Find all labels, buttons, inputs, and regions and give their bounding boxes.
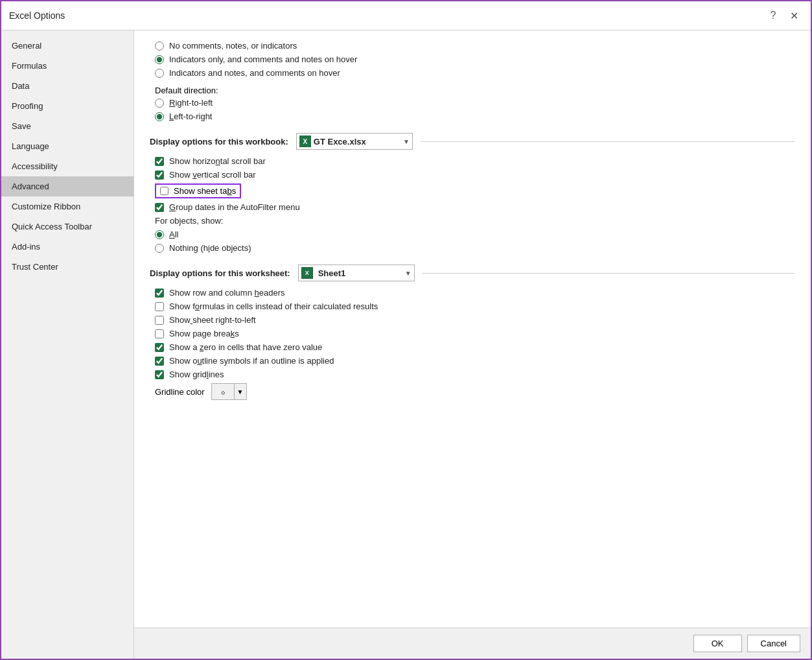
workbook-dropdown-arrow: ▼: [403, 138, 410, 145]
checkbox-show-h-scroll-label: Show horizontal scroll bar: [169, 156, 266, 166]
checkbox-show-page-breaks-input[interactable]: [155, 329, 164, 338]
radio-indicators-notes: Indicators and notes, and comments on ho…: [150, 68, 795, 78]
workbook-section-header: Display options for this workbook: X GT …: [150, 133, 795, 150]
checkbox-show-rtl-input[interactable]: [155, 316, 164, 325]
title-bar: Excel Options ? ✕: [1, 1, 811, 30]
sidebar-item-accessibility[interactable]: Accessibility: [1, 156, 133, 176]
checkbox-show-row-col-input[interactable]: [155, 289, 164, 298]
radio-no-comments-label: No comments, notes, or indicators: [169, 41, 297, 51]
radio-rtl: Right-to-left: [150, 98, 795, 108]
checkbox-show-zero: Show a zero in cells that have zero valu…: [150, 342, 795, 352]
close-button[interactable]: ✕: [785, 6, 803, 25]
checkbox-show-gridlines: Show gridlines: [150, 370, 795, 379]
worksheet-section-divider: [423, 273, 795, 274]
radio-nothing-input[interactable]: [155, 244, 164, 253]
section-divider: [421, 141, 795, 142]
checkbox-show-outline-input[interactable]: [155, 357, 164, 366]
cancel-button[interactable]: Cancel: [747, 635, 800, 652]
sidebar-item-save[interactable]: Save: [1, 116, 133, 136]
sidebar: General Formulas Data Proofing Save Lang…: [1, 30, 134, 659]
sidebar-item-proofing[interactable]: Proofing: [1, 96, 133, 116]
radio-indicators-only: Indicators only, and comments and notes …: [150, 54, 795, 64]
content-area[interactable]: No comments, notes, or indicators Indica…: [134, 30, 811, 628]
show-sheet-tabs-wrapper: Show sheet tabs: [150, 183, 795, 198]
worksheet-dropdown-arrow: ▼: [405, 270, 412, 277]
sheet-icon: X: [301, 267, 313, 279]
workbook-dropdown[interactable]: X GT Exce.xlsx ▼: [296, 133, 413, 150]
radio-indicators-only-label: Indicators only, and comments and notes …: [169, 54, 357, 64]
checkbox-group-dates: Group dates in the AutoFilter menu: [150, 202, 795, 212]
radio-rtl-label: Right-to-left: [169, 98, 213, 108]
dialog-title: Excel Options: [9, 10, 65, 21]
checkbox-show-sheet-tabs-label: Show sheet tabs: [174, 186, 236, 196]
excel-options-dialog: Excel Options ? ✕ General Formulas Data …: [0, 0, 812, 660]
radio-nothing-label: Nothing (hide objects): [169, 243, 251, 253]
checkbox-show-h-scroll-input[interactable]: [155, 157, 164, 166]
gridline-color-row: Gridline color ⬦ ▼: [150, 383, 795, 400]
checkbox-group-dates-input[interactable]: [155, 203, 164, 212]
checkbox-show-outline-label: Show outline symbols if an outline is ap…: [169, 356, 334, 366]
gridline-color-button[interactable]: ⬦ ▼: [211, 383, 247, 400]
checkbox-show-zero-label: Show a zero in cells that have zero valu…: [169, 342, 322, 352]
sidebar-item-general[interactable]: General: [1, 36, 133, 56]
checkbox-show-rtl: Show sheet right-to-left: [150, 315, 795, 325]
worksheet-dropdown-text: Sheet1: [316, 268, 402, 278]
sidebar-item-language[interactable]: Language: [1, 136, 133, 156]
help-button[interactable]: ?: [764, 6, 782, 25]
checkbox-show-formulas-label: Show formulas in cells instead of their …: [169, 301, 378, 311]
sidebar-item-trust-center[interactable]: Trust Center: [1, 257, 133, 277]
radio-rtl-input[interactable]: [155, 99, 164, 108]
radio-all-input[interactable]: [155, 230, 164, 239]
worksheet-dropdown[interactable]: X Sheet1 ▼: [298, 265, 415, 281]
sidebar-item-data[interactable]: Data: [1, 76, 133, 96]
checkbox-show-h-scroll: Show horizontal scroll bar: [150, 156, 795, 166]
dialog-body: General Formulas Data Proofing Save Lang…: [1, 30, 811, 659]
checkbox-show-row-col: Show row and column headers: [150, 288, 795, 298]
default-direction-label: Default direction:: [150, 86, 795, 95]
checkbox-show-sheet-tabs-input[interactable]: [160, 187, 168, 195]
checkbox-group-dates-label: Group dates in the AutoFilter menu: [169, 202, 300, 212]
sidebar-item-customize-ribbon[interactable]: Customize Ribbon: [1, 196, 133, 217]
sidebar-item-formulas[interactable]: Formulas: [1, 56, 133, 76]
checkbox-show-v-scroll-input[interactable]: [155, 171, 164, 180]
footer: OK Cancel: [134, 628, 811, 659]
checkbox-show-v-scroll-label: Show vertical scroll bar: [169, 170, 256, 180]
radio-all: All: [150, 230, 795, 239]
worksheet-section-header: Display options for this worksheet: X Sh…: [150, 265, 795, 281]
checkbox-show-rtl-label: Show sheet right-to-left: [169, 315, 256, 325]
checkbox-show-gridlines-input[interactable]: [155, 370, 164, 379]
main-content: No comments, notes, or indicators Indica…: [134, 30, 811, 659]
checkbox-show-outline: Show outline symbols if an outline is ap…: [150, 356, 795, 366]
radio-no-comments: No comments, notes, or indicators: [150, 41, 795, 51]
radio-all-label: All: [169, 230, 178, 239]
gridline-color-label: Gridline color: [155, 387, 205, 397]
color-swatch-icon: ⬦: [217, 386, 229, 397]
radio-indicators-notes-label: Indicators and notes, and comments on ho…: [169, 68, 340, 78]
checkbox-show-v-scroll: Show vertical scroll bar: [150, 170, 795, 180]
radio-nothing: Nothing (hide objects): [150, 243, 795, 253]
checkbox-show-zero-input[interactable]: [155, 343, 164, 352]
checkbox-show-page-breaks: Show page breaks: [150, 329, 795, 338]
ok-button[interactable]: OK: [693, 635, 742, 652]
title-bar-right: ? ✕: [764, 6, 803, 25]
radio-ltr-label: Left-to-right: [169, 112, 212, 121]
sidebar-item-quick-access[interactable]: Quick Access Toolbar: [1, 217, 133, 237]
highlighted-sheet-tabs: Show sheet tabs: [155, 183, 241, 198]
radio-indicators-notes-input[interactable]: [155, 69, 164, 78]
excel-icon: X: [299, 136, 311, 147]
radio-ltr-input[interactable]: [155, 112, 164, 121]
checkbox-show-formulas: Show formulas in cells instead of their …: [150, 301, 795, 311]
checkbox-show-formulas-input[interactable]: [155, 302, 164, 311]
objects-label: For objects, show:: [150, 216, 795, 226]
gridline-color-main[interactable]: ⬦: [212, 384, 235, 399]
checkbox-show-gridlines-label: Show gridlines: [169, 370, 224, 379]
comments-radio-group: No comments, notes, or indicators Indica…: [150, 41, 795, 78]
radio-indicators-only-input[interactable]: [155, 55, 164, 64]
gridline-color-arrow[interactable]: ▼: [235, 384, 246, 399]
sidebar-item-add-ins[interactable]: Add-ins: [1, 237, 133, 257]
checkbox-show-page-breaks-label: Show page breaks: [169, 329, 239, 338]
radio-no-comments-input[interactable]: [155, 41, 164, 51]
radio-ltr: Left-to-right: [150, 112, 795, 121]
checkbox-show-row-col-label: Show row and column headers: [169, 288, 285, 298]
sidebar-item-advanced[interactable]: Advanced: [1, 176, 133, 196]
